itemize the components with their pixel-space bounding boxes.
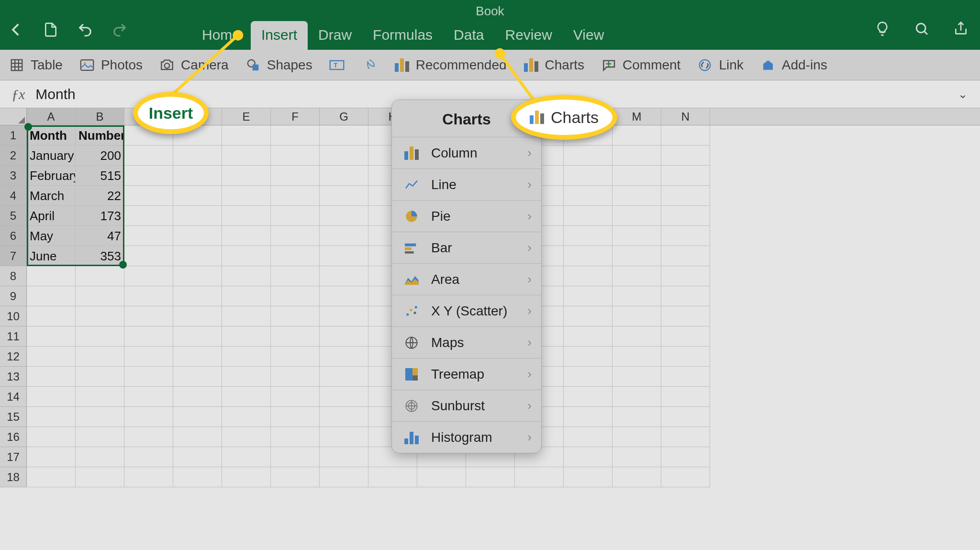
ribbon-draw[interactable] [361,57,378,73]
cell[interactable] [173,266,222,286]
cell[interactable] [173,226,222,246]
cell[interactable] [124,367,173,387]
redo-icon[interactable] [109,19,130,40]
cell[interactable] [173,326,222,347]
cell[interactable] [173,186,222,206]
cell[interactable] [564,266,612,286]
cell[interactable] [124,166,173,186]
cell[interactable]: Month [27,125,76,146]
cell[interactable] [173,367,222,387]
cell[interactable] [368,467,417,487]
chart-type-sunburst[interactable]: Sunburst › [392,390,541,421]
cell[interactable] [222,186,271,206]
cell[interactable] [222,125,271,146]
cell[interactable] [76,347,124,367]
cell[interactable] [320,447,368,467]
cell[interactable] [222,347,271,367]
cell[interactable] [564,387,612,407]
cell[interactable] [222,427,271,447]
cell[interactable] [320,146,368,166]
cell[interactable] [222,467,271,487]
cell[interactable] [27,306,76,326]
cell[interactable] [612,125,661,146]
column-header[interactable]: A [27,108,76,125]
cell[interactable] [320,246,368,266]
cell[interactable] [76,447,124,467]
cell[interactable] [173,427,222,447]
tab-insert[interactable]: Insert [251,21,308,50]
row-header[interactable]: 7 [0,246,27,266]
cell[interactable] [271,206,320,226]
cell[interactable] [27,286,76,306]
tab-formulas[interactable]: Formulas [362,21,443,50]
cell[interactable] [612,306,661,326]
tab-view[interactable]: View [563,21,614,50]
ribbon-table[interactable]: Table [9,57,63,73]
cell[interactable] [173,306,222,326]
fx-icon[interactable]: ƒx [11,86,25,102]
cell[interactable] [271,166,320,186]
cell[interactable] [124,326,173,347]
cell[interactable] [612,266,661,286]
row-header[interactable]: 17 [0,447,27,467]
cell[interactable] [27,326,76,347]
column-header[interactable]: G [320,108,368,125]
cell[interactable] [661,206,710,226]
cell[interactable] [271,186,320,206]
row-header[interactable]: 18 [0,467,27,487]
cell[interactable] [661,387,710,407]
cell[interactable] [320,186,368,206]
cell[interactable] [222,266,271,286]
share-icon[interactable] [950,18,971,39]
cell[interactable] [124,306,173,326]
cell[interactable] [271,286,320,306]
cell[interactable] [564,186,612,206]
cell[interactable]: 47 [76,226,124,246]
cell[interactable]: 173 [76,206,124,226]
cell[interactable] [76,266,124,286]
cell[interactable] [564,367,612,387]
row-header[interactable]: 9 [0,286,27,306]
ribbon-link[interactable]: Link [697,57,743,73]
cell[interactable] [222,367,271,387]
cell[interactable] [76,387,124,407]
cell[interactable] [222,206,271,226]
cell[interactable] [271,387,320,407]
row-header[interactable]: 5 [0,206,27,226]
column-header[interactable]: E [222,108,271,125]
cell[interactable] [222,447,271,467]
cell[interactable] [661,125,710,146]
cell[interactable] [661,407,710,427]
cell[interactable] [173,347,222,367]
cell[interactable] [661,246,710,266]
row-header[interactable]: 6 [0,226,27,246]
cell[interactable] [320,286,368,306]
row-header[interactable]: 1 [0,125,27,146]
cell[interactable] [661,467,710,487]
cell[interactable]: January [27,146,76,166]
cell[interactable] [661,286,710,306]
cell[interactable] [27,447,76,467]
cell[interactable] [564,427,612,447]
cell[interactable] [124,447,173,467]
cell[interactable] [222,146,271,166]
cell[interactable] [124,347,173,367]
ribbon-addins[interactable]: Add-ins [760,57,827,73]
file-icon[interactable] [40,19,61,40]
cell[interactable] [271,306,320,326]
cell[interactable] [612,186,661,206]
cell[interactable] [173,246,222,266]
row-header[interactable]: 3 [0,166,27,186]
cell[interactable]: Number [76,125,124,146]
cell[interactable] [320,347,368,367]
cell[interactable] [271,407,320,427]
cell[interactable]: June [27,246,76,266]
cell[interactable] [320,266,368,286]
cell[interactable]: February [27,166,76,186]
chart-type-bar[interactable]: Bar › [392,232,541,263]
cell[interactable] [271,226,320,246]
chart-type-maps[interactable]: Maps › [392,326,541,358]
cell[interactable]: March [27,186,76,206]
cell[interactable] [612,286,661,306]
cell[interactable] [564,286,612,306]
